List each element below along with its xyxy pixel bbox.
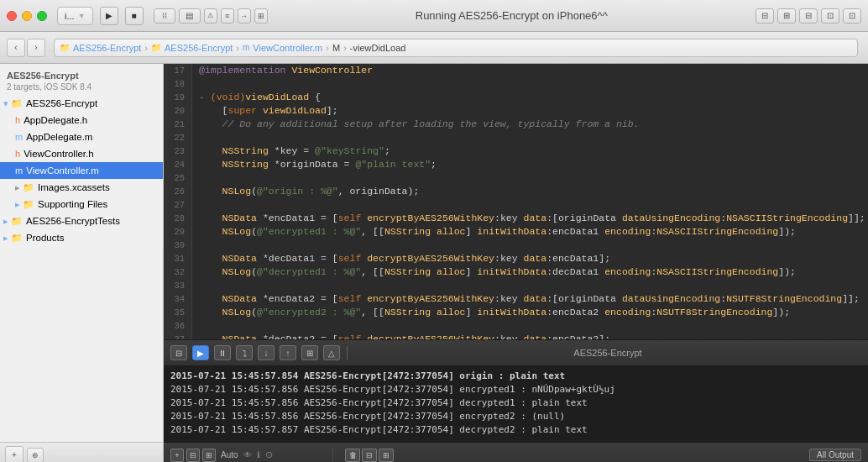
- window-title: Running AES256-Encrypt on iPhone6^^: [416, 9, 608, 22]
- console-target-name: AES256-Encrypt: [354, 348, 861, 358]
- scheme-btn-3[interactable]: ⚠: [204, 8, 217, 24]
- line-number: 34: [164, 292, 192, 306]
- code-line-34: 34 NSData *encData2 = [self encryptByAES…: [164, 292, 868, 306]
- code-line-17: 17 @implementation ViewController: [164, 64, 868, 77]
- breadcrumb-item-3[interactable]: ViewController.m: [253, 43, 322, 53]
- sidebar-item-viewcontroller-h[interactable]: h ViewController.h: [0, 145, 163, 162]
- scheme-btn-1[interactable]: ⁞⁞: [154, 8, 175, 24]
- breadcrumb-item-1[interactable]: AES256-Encrypt: [73, 43, 141, 53]
- simulate-btn[interactable]: △: [323, 345, 340, 360]
- line-number: 25: [164, 171, 192, 185]
- folder-icon: ▾ 📁: [3, 98, 23, 109]
- file-h-icon: h: [15, 115, 20, 125]
- sidebar-item-images[interactable]: ▸ 📁 Images.xcassets: [0, 179, 163, 196]
- close-button[interactable]: [7, 11, 17, 21]
- back-button[interactable]: ‹: [7, 39, 25, 57]
- auto-label: Auto: [221, 450, 238, 459]
- sidebar-item-aes256-root[interactable]: ▾ 📁 AES256-Encrypt: [0, 95, 163, 112]
- info-icon[interactable]: ℹ: [257, 450, 260, 459]
- circle-icon[interactable]: ⊙: [265, 449, 273, 460]
- traffic-lights: [7, 11, 47, 21]
- project-group: AES256-Encrypt 2 targets, iOS SDK 8.4 ▾ …: [0, 64, 163, 248]
- line-number: 31: [164, 252, 192, 265]
- sidebar-item-supporting[interactable]: ▸ 📁 Supporting Files: [0, 196, 163, 213]
- left-console-bar: + ⊟ ⊞ Auto 👁 ℹ ⊙: [170, 449, 333, 462]
- line-content: [192, 279, 868, 292]
- line-content: [192, 239, 868, 252]
- nav-view-btn[interactable]: ⊟: [756, 8, 774, 24]
- line-number: 33: [164, 279, 192, 292]
- pause-btn[interactable]: ⏸: [214, 345, 231, 360]
- scheme-btn-4[interactable]: ≡: [221, 8, 234, 24]
- maximize-button[interactable]: [37, 11, 47, 21]
- line-content: NSLog(@"decrypted1 : %@", [[NSString all…: [192, 265, 868, 279]
- code-line-29: 29 NSLog(@"encrypted1 : %@", [[NSString …: [164, 225, 868, 239]
- continue-btn[interactable]: ▶: [192, 345, 209, 360]
- toolbar: ‹ › 📁 AES256-Encrypt › 📁 AES256-Encrypt …: [0, 32, 868, 64]
- line-number: 21: [164, 118, 192, 131]
- scheme-btn-5[interactable]: →: [238, 8, 251, 24]
- scheme-selector[interactable]: i... ▼: [57, 7, 93, 25]
- layout-btn-1[interactable]: +: [170, 449, 184, 462]
- minimize-button[interactable]: [22, 11, 32, 21]
- step-over-btn[interactable]: ⤵: [236, 345, 253, 360]
- layout-btn-2[interactable]: ⊟: [186, 449, 200, 462]
- clear-btn[interactable]: 🗑: [345, 449, 360, 462]
- scheme-btn-6[interactable]: ⊞: [254, 8, 268, 24]
- breadcrumb[interactable]: 📁 AES256-Encrypt › 📁 AES256-Encrypt › m …: [54, 39, 858, 57]
- sidebar-label-supporting: Supporting Files: [38, 199, 107, 209]
- step-out-btn[interactable]: ↑: [280, 345, 296, 360]
- line-content: NSString *key = @"keyString";: [192, 144, 868, 158]
- line-content: NSString *originData = @"plain text";: [192, 158, 868, 171]
- line-content: @implementation ViewController: [192, 64, 868, 77]
- line-content: [192, 131, 868, 144]
- line-number: 28: [164, 212, 192, 225]
- sidebar-item-products[interactable]: ▸ 📁 Products: [0, 229, 163, 246]
- target-info: 2 targets, iOS SDK 8.4: [0, 82, 163, 95]
- layout-btns: + ⊟ ⊞: [170, 449, 216, 462]
- line-content: NSData *encData1 = [self encryptByAES256…: [192, 212, 868, 225]
- scheme-btn-2[interactable]: ▤: [179, 8, 201, 24]
- line-content: NSData *decData1 = [self decryptByAES256…: [192, 252, 868, 265]
- breadcrumb-item-4[interactable]: M: [332, 43, 340, 53]
- sidebar-item-appdelegate-h[interactable]: h AppDelegate.h: [0, 112, 163, 129]
- sidebar-item-appdelegate-m[interactable]: m AppDelegate.m: [0, 129, 163, 145]
- eye-icon[interactable]: 👁: [243, 450, 252, 459]
- code-line-23: 23 NSString *key = @"keyString";: [164, 144, 868, 158]
- filter-btn[interactable]: ⊕: [27, 448, 44, 463]
- line-number: 26: [164, 185, 192, 198]
- sidebar-item-tests[interactable]: ▸ 📁 AES256-EncryptTests: [0, 213, 163, 229]
- layout-right-2[interactable]: ⊞: [379, 449, 394, 462]
- breadcrumb-item-5[interactable]: -viewDidLoad: [350, 43, 406, 53]
- step-into-btn[interactable]: ↓: [258, 345, 275, 360]
- debug-view-btn[interactable]: ⊞: [777, 8, 796, 24]
- utility-btn[interactable]: ⊡: [821, 8, 839, 24]
- code-line-31: 31 NSData *decData1 = [self decryptByAES…: [164, 252, 868, 265]
- inspector-btn[interactable]: ⊡: [843, 8, 861, 24]
- console-line-1: 2015-07-21 15:45:57.854 AES256-Encrypt[2…: [170, 370, 861, 383]
- code-editor[interactable]: 17 @implementation ViewController 18 19 …: [164, 64, 868, 339]
- file-h-icon-2: h: [15, 149, 20, 159]
- stop-button[interactable]: ■: [125, 7, 144, 25]
- titlebar-right: ⊟ ⊞ ⊟ ⊡ ⊡: [756, 8, 861, 24]
- code-line-25: 25: [164, 171, 868, 185]
- hide-debug-btn[interactable]: ⊟: [170, 345, 187, 360]
- sidebar-item-viewcontroller-m[interactable]: m ViewController.m: [0, 162, 163, 179]
- layout-right-1[interactable]: ⊟: [362, 449, 377, 462]
- add-file-button[interactable]: +: [5, 446, 24, 463]
- line-number: 18: [164, 77, 192, 91]
- filter-dropdown[interactable]: All Output: [809, 449, 861, 461]
- main-area: AES256-Encrypt 2 targets, iOS SDK 8.4 ▾ …: [0, 64, 868, 462]
- forward-button[interactable]: ›: [27, 39, 45, 57]
- line-content: - (void)viewDidLoad {: [192, 91, 868, 104]
- line-content: [192, 198, 868, 212]
- code-line-26: 26 NSLog(@"origin : %@", originData);: [164, 185, 868, 198]
- nav-buttons: ‹ ›: [7, 39, 45, 57]
- run-button[interactable]: ▶: [100, 7, 118, 25]
- assistant-btn[interactable]: ⊟: [799, 8, 818, 24]
- layout-btn-3[interactable]: ⊞: [202, 449, 216, 462]
- breadcrumb-item-2[interactable]: AES256-Encrypt: [165, 43, 233, 53]
- code-line-37: 37 NSData *decData2 = [self decryptByAES…: [164, 333, 868, 339]
- debug-view-btn[interactable]: ⊞: [301, 345, 318, 360]
- line-content: NSData *decData2 = [self decryptByAES256…: [192, 333, 868, 339]
